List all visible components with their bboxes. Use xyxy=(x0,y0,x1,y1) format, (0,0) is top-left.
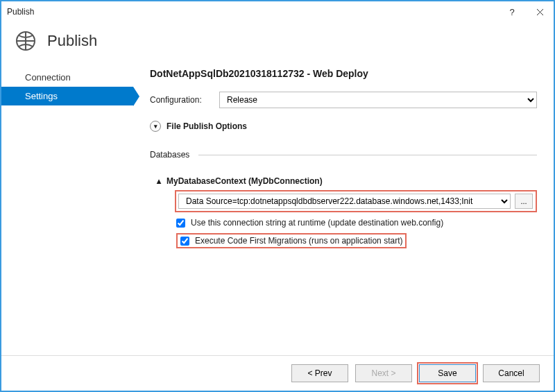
db-context-expander[interactable]: ▴ MyDatabaseContext (MyDbConnection) xyxy=(157,176,537,186)
globe-icon xyxy=(14,29,37,53)
chevron-up-icon: ▴ xyxy=(157,176,161,186)
use-connection-string-label: Use this connection string at runtime (u… xyxy=(191,218,443,228)
execute-migrations-checkbox[interactable] xyxy=(180,237,189,246)
sidebar-item-connection[interactable]: Connection xyxy=(1,68,133,87)
prev-button[interactable]: < Prev xyxy=(291,364,348,382)
connection-string-row: Data Source=tcp:dotnetappsqldbdbserver22… xyxy=(175,190,537,212)
file-publish-options-expander[interactable]: ▾ File Publish Options xyxy=(150,121,537,132)
execute-migrations-row[interactable]: Execute Code First Migrations (runs on a… xyxy=(176,233,407,248)
use-connection-string-checkbox[interactable] xyxy=(176,219,185,228)
window-title: Publish xyxy=(7,7,498,17)
page-heading: Publish xyxy=(47,32,97,50)
help-button[interactable]: ? xyxy=(498,1,526,22)
chevron-down-icon: ▾ xyxy=(150,121,161,132)
publish-profile-title: DotNetAppSqlDb20210318112732 - Web Deplo… xyxy=(150,68,537,79)
save-button[interactable]: Save xyxy=(419,364,476,382)
configuration-label: Configuration: xyxy=(150,95,212,105)
sidebar-item-settings[interactable]: Settings xyxy=(1,87,133,105)
connection-string-select[interactable]: Data Source=tcp:dotnetappsqldbdbserver22… xyxy=(178,194,511,209)
file-publish-options-label: File Publish Options xyxy=(166,121,247,131)
databases-section-label: Databases xyxy=(150,150,537,160)
next-button: Next > xyxy=(355,364,412,382)
use-connection-string-row[interactable]: Use this connection string at runtime (u… xyxy=(176,218,537,228)
wizard-nav: Connection Settings xyxy=(1,64,133,355)
cancel-button[interactable]: Cancel xyxy=(483,364,540,382)
db-context-label: MyDatabaseContext (MyDbConnection) xyxy=(166,176,323,186)
connection-string-browse-button[interactable]: ... xyxy=(515,194,533,209)
configuration-select[interactable]: Release xyxy=(219,92,537,108)
close-icon xyxy=(536,8,544,16)
execute-migrations-label: Execute Code First Migrations (runs on a… xyxy=(195,236,402,246)
close-button[interactable] xyxy=(526,1,554,22)
